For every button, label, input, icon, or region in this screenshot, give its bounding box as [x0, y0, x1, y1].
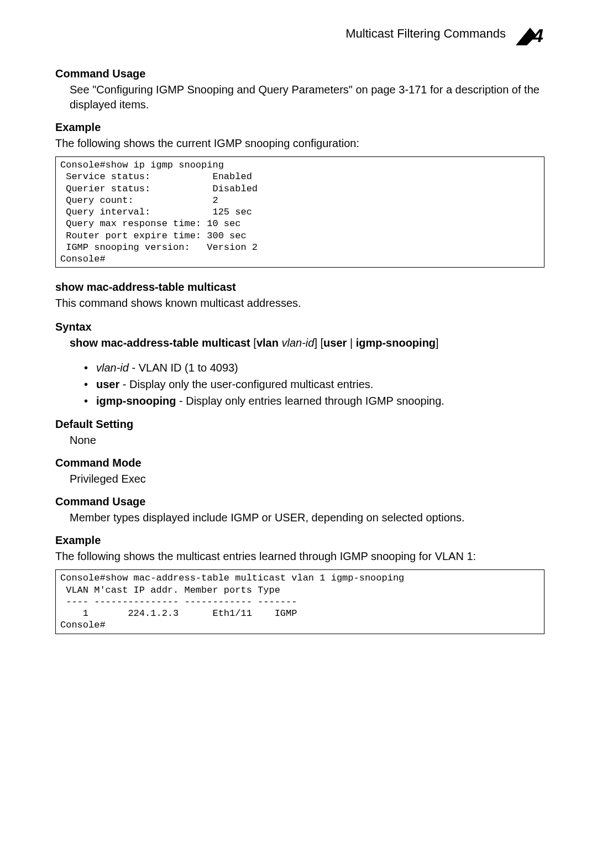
- chapter-icon: 4: [516, 22, 544, 45]
- list-item: igmp-snooping - Display only entries lea…: [84, 393, 544, 409]
- default-setting-text: None: [70, 433, 544, 448]
- example-2-intro: The following shows the multicast entrie…: [55, 549, 544, 564]
- command-mode-text: Privileged Exec: [70, 472, 544, 487]
- heading-command-usage-2: Command Usage: [55, 495, 544, 508]
- header-title: Multicast Filtering Commands: [345, 27, 506, 41]
- command-description: This command shows known multicast addre…: [55, 296, 544, 311]
- heading-example: Example: [55, 121, 544, 134]
- page-header: Multicast Filtering Commands 4: [55, 22, 544, 45]
- command-usage-text: See "Configuring IGMP Snooping and Query…: [70, 82, 544, 112]
- command-usage-2-text: Member types displayed include IGMP or U…: [70, 510, 544, 525]
- list-item: vlan-id - VLAN ID (1 to 4093): [84, 359, 544, 376]
- code-block-1: Console#show ip igmp snooping Service st…: [55, 156, 544, 268]
- syntax-line: show mac-address-table multicast [vlan v…: [70, 336, 544, 351]
- heading-command-usage: Command Usage: [55, 67, 544, 80]
- heading-command-mode: Command Mode: [55, 457, 544, 469]
- heading-default-setting: Default Setting: [55, 418, 544, 431]
- code-block-2: Console#show mac-address-table multicast…: [55, 569, 544, 634]
- list-item: user - Display only the user-configured …: [84, 376, 544, 393]
- param-list: vlan-id - VLAN ID (1 to 4093) user - Dis…: [84, 359, 544, 409]
- example-intro: The following shows the current IGMP sno…: [55, 136, 544, 151]
- heading-example-2: Example: [55, 534, 544, 547]
- chapter-number: 4: [533, 25, 543, 46]
- command-title: show mac-address-table multicast: [55, 281, 544, 294]
- heading-syntax: Syntax: [55, 321, 544, 333]
